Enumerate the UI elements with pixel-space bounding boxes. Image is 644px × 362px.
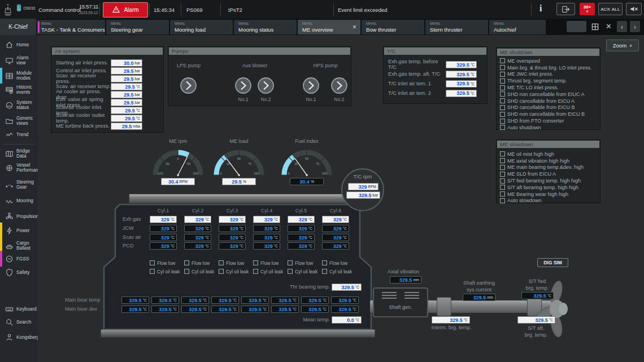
operator-station-badge[interactable]: 1 OS031: [17, 2, 36, 12]
flow-low-checkbox[interactable]: [150, 260, 155, 265]
sidebar-item-system-status[interactable]: System status: [0, 97, 38, 113]
shutdown-checkbox[interactable]: [500, 65, 505, 70]
shutdown-checkbox[interactable]: [500, 91, 505, 97]
slowdown-checkbox[interactable]: [500, 172, 505, 177]
gauge-label: ME rpm: [149, 138, 207, 146]
gauge-dial: 0 25 50 75 100: [211, 146, 267, 177]
alarm-count-button[interactable]: 30+ ∨: [580, 3, 595, 15]
sidebar-label: Kongsberg: [16, 335, 39, 340]
slowdown-checkbox[interactable]: [500, 185, 505, 190]
shutdown-checkbox[interactable]: [500, 78, 505, 84]
cyl-value-box: 329°C: [288, 234, 315, 241]
row-label: Scav. air receiver press.: [56, 73, 111, 84]
tab-stern-thruster[interactable]: Mimic Stern thruster: [425, 20, 488, 34]
svg-text:75: 75: [316, 162, 319, 165]
tabs-next-button[interactable]: ›: [630, 21, 640, 32]
tab-bow-thruster[interactable]: Mimic Bow thruster: [362, 20, 424, 34]
cyl-oil-leak-checkbox[interactable]: [150, 269, 155, 274]
shutdown-checkbox[interactable]: [500, 105, 505, 110]
slowdown-checkbox[interactable]: [500, 178, 505, 184]
tab-close-icon[interactable]: ×: [353, 24, 356, 30]
sidebar-item-propulsion[interactable]: Propulsion: [0, 208, 38, 224]
shutdown-checkbox[interactable]: [500, 119, 505, 124]
sidebar-item-bridge-data[interactable]: Bridge Data: [0, 146, 38, 162]
dig-sim-button[interactable]: DIG SIM: [537, 258, 568, 267]
slowdown-checkbox[interactable]: [500, 151, 505, 156]
ship-icon: [5, 242, 14, 250]
flow-low-checkbox[interactable]: [219, 260, 224, 265]
shutdown-checkbox[interactable]: [500, 58, 505, 63]
flow-low-checkbox[interactable]: [322, 260, 327, 265]
cyl-oil-leak-checkbox[interactable]: [288, 269, 293, 274]
slowdown-checkbox[interactable]: [500, 198, 505, 203]
slowdown-checkbox[interactable]: [500, 165, 505, 170]
os-label: OS031: [23, 6, 36, 10]
cyl-oil-leak-checkbox[interactable]: [253, 269, 258, 274]
tabs-prev-button[interactable]: ‹: [617, 21, 627, 32]
flow-low-checkbox[interactable]: [288, 260, 293, 265]
slowdown-checkbox[interactable]: [500, 191, 505, 197]
cyl-oil-leak-checkbox[interactable]: [184, 269, 189, 274]
sidebar-item-historic-events[interactable]: Historic events: [0, 82, 38, 98]
zoom-dropdown[interactable]: Zoom ∨: [606, 40, 639, 51]
aux-blower-1-symbol[interactable]: [234, 77, 252, 94]
shutdown-checkbox[interactable]: [500, 85, 505, 90]
tab-label: ME overview: [302, 27, 333, 33]
flow-low-checkbox[interactable]: [184, 260, 189, 265]
value-box: 329.5°C: [446, 61, 477, 68]
sidebar-item-safety[interactable]: Safety: [0, 264, 38, 280]
sidebar-item-home[interactable]: Home: [0, 37, 38, 53]
alarm-button[interactable]: Alarm: [103, 2, 148, 18]
layout-grid-button[interactable]: [590, 21, 601, 32]
sidebar-item-vessel-performance[interactable]: Vessel Performan...: [0, 160, 38, 176]
shutdown-checkbox[interactable]: [500, 98, 505, 103]
ack-all-button[interactable]: ACK ALL: [598, 3, 623, 15]
cyl-value-box: 329°C: [150, 216, 177, 223]
sidebar-item-power[interactable]: Power: [0, 223, 38, 238]
sidebar-item-module-modes[interactable]: Module modes: [0, 68, 38, 84]
panel-title: T/C: [384, 47, 486, 55]
lps-pump-label: LPS pump: [172, 63, 206, 68]
shutdown-label: SHD non cancellable from EIUC A: [507, 91, 585, 97]
alarm-triangle-icon: [112, 5, 120, 15]
tab-me-overview[interactable]: Mimic ME overview ×: [298, 20, 360, 34]
sidebar-item-kongsberg[interactable]: Kongsberg: [0, 329, 38, 345]
sidebar-label: FGSS: [16, 256, 29, 261]
tab-mooring-status[interactable]: Mimic Mooring status: [234, 20, 297, 34]
sidebar-item-steering-gear[interactable]: Steering Gear: [0, 177, 38, 193]
login-button[interactable]: [556, 3, 575, 15]
tab-steering-gear[interactable]: Mimic Steering gear: [106, 20, 169, 34]
flow-low-checkbox[interactable]: [253, 260, 258, 265]
mute-button[interactable]: [626, 3, 642, 15]
bearing-value-box: 329.5°C: [271, 296, 299, 304]
aux-blower-2-symbol[interactable]: [257, 77, 275, 94]
pumps-panel: Pumps LPS pump Aux blower HPS pump No.1 …: [168, 46, 351, 106]
bearing-value-box: 329.5°C: [181, 306, 209, 313]
cyl-oil-leak-checkbox[interactable]: [322, 269, 327, 274]
info-button[interactable]: i: [539, 3, 542, 14]
sidebar-item-alarm-view[interactable]: Alarm view: [0, 53, 38, 68]
tab-overflow-button[interactable]: [567, 21, 586, 32]
sidebar-item-trend[interactable]: Trend: [0, 127, 38, 142]
hps-pump-1-symbol[interactable]: [302, 77, 320, 94]
cyl-value-box: 329°C: [253, 216, 280, 223]
panel-title: ME shutdown: [497, 49, 599, 56]
shutdown-checkbox[interactable]: [500, 112, 505, 117]
sidebar-item-search[interactable]: Search: [0, 314, 38, 330]
shutdown-checkbox[interactable]: [500, 125, 505, 130]
sidebar-label: Power: [16, 228, 30, 233]
close-all-button[interactable]: ×: [603, 21, 614, 32]
sidebar-item-mooring[interactable]: Mooring: [0, 193, 38, 208]
tab-kind: Mimic: [111, 21, 121, 25]
tab-autochief[interactable]: Mimic Autochief: [489, 20, 546, 34]
tab-task-tank-consumers[interactable]: Mimic TASK - Tank & Consumers: [37, 20, 105, 34]
shutdown-checkbox[interactable]: [500, 72, 505, 77]
flow-low-label: Flow low: [329, 260, 347, 266]
tab-kind: Mimic: [302, 21, 312, 25]
cylinder-alarm-column: Flow low Cyl oil leak: [322, 259, 356, 275]
cyl-oil-leak-checkbox[interactable]: [219, 269, 224, 274]
lps-pump-symbol[interactable]: [180, 77, 197, 94]
hps-pump-2-symbol[interactable]: [330, 77, 348, 94]
tab-mooring-load[interactable]: Mimic Mooring load: [170, 20, 233, 34]
slowdown-checkbox[interactable]: [500, 158, 505, 163]
